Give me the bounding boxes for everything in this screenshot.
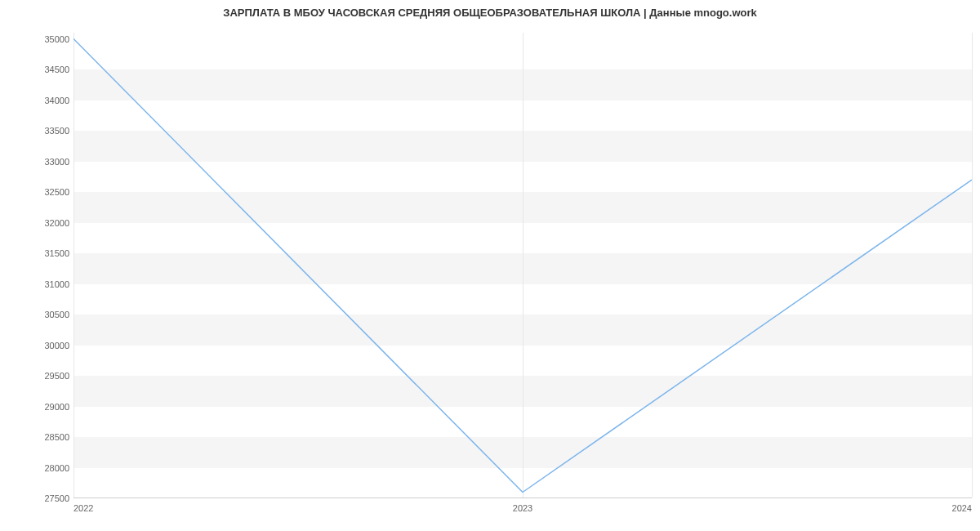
x-tick-label: 2022 — [74, 503, 93, 513]
x-tick-label: 2024 — [952, 503, 972, 513]
y-tick-label: 31500 — [0, 248, 69, 258]
y-tick-label: 35000 — [0, 34, 69, 44]
y-tick-label: 27500 — [0, 493, 69, 503]
y-tick-label: 30500 — [0, 310, 69, 319]
y-tick-label: 29000 — [0, 402, 69, 412]
y-tick-label: 28500 — [0, 432, 69, 442]
y-tick-label: 33500 — [0, 126, 69, 136]
y-tick-label: 31000 — [0, 279, 69, 289]
y-tick-label: 34000 — [0, 96, 69, 105]
y-tick-label: 32000 — [0, 218, 69, 228]
y-tick-label: 30000 — [0, 341, 69, 350]
data-line — [74, 39, 972, 493]
y-tick-label: 28000 — [0, 463, 69, 473]
y-tick-label: 34500 — [0, 65, 69, 74]
chart-title: ЗАРПЛАТА В МБОУ ЧАСОВСКАЯ СРЕДНЯЯ ОБЩЕОБ… — [0, 7, 980, 19]
x-tick-label: 2023 — [513, 503, 532, 513]
y-tick-label: 32500 — [0, 187, 69, 197]
y-tick-label: 29500 — [0, 371, 69, 381]
chart-container: ЗАРПЛАТА В МБОУ ЧАСОВСКАЯ СРЕДНЯЯ ОБЩЕОБ… — [0, 0, 980, 531]
y-tick-label: 33000 — [0, 157, 69, 167]
x-gridline — [972, 33, 973, 498]
plot-area — [74, 33, 972, 498]
line-series — [74, 33, 972, 498]
